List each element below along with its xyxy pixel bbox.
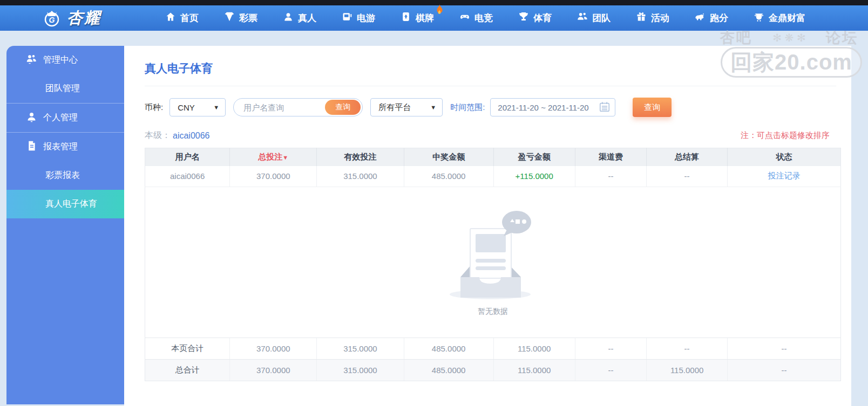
nav-item-boardgames[interactable]: 棋牌 [401,11,434,25]
cell-win-amount: 485.0000 [404,166,493,187]
sidebar-item-label: 报表管理 [43,141,78,153]
chevron-down-icon: ▼ [430,104,436,111]
nav-item-activity[interactable]: 活动 [636,11,669,25]
header-label: 总投注 [258,152,282,161]
lottery-icon [224,11,235,25]
table-header-row: 用户名 总投注▼ 有效投注 中奖金额 盈亏金额 渠道费 总结算 状态 [145,148,841,166]
search-button[interactable]: 查询 [633,98,672,117]
crown-emblem-icon: G [41,6,63,30]
cell-status: 投注记录 [727,166,840,187]
page-total-row: 本页合计 370.0000 315.0000 485.0000 115.0000… [145,338,841,360]
sidebar-item-label: 团队管理 [45,83,80,94]
grand-total-row: 总合计 370.0000 315.0000 485.0000 115.0000 … [145,360,841,381]
team-icon [577,11,588,25]
filter-bar: 币种: CNY ▼ 查询 所有平台 ▼ 时间范围: 2021-11-20 ~ 2… [145,98,846,117]
nav-item-esports[interactable]: 电竞 [459,11,493,25]
live-icon [283,11,294,25]
nav-label: 真人 [298,12,316,24]
header-win-amount[interactable]: 中奖金额 [404,148,493,166]
empty-state-text: 暂无数据 [478,307,508,316]
sidebar-item-label: 个人管理 [43,112,78,123]
watermark-ornament-text: 杏吧 ✻ ❋ ✻ 论坛 [720,28,858,47]
watermark-text-right: 论坛 [826,28,858,47]
empty-inbox-illustration [444,208,541,301]
nav-item-paofen[interactable]: 跑分 [695,11,728,25]
nav-label: 首页 [180,12,199,24]
nav-label: 活动 [651,12,669,24]
header-username[interactable]: 用户名 [145,148,230,166]
nav-menu: 首页 彩票 真人 电游 棋牌 电竞 体育 [165,11,805,25]
cards-icon [401,11,411,25]
page-total-cell: -- [727,338,840,360]
brand-logo[interactable]: G 杏耀 [41,6,133,30]
header-settlement[interactable]: 总结算 [647,148,728,166]
home-icon [165,11,176,25]
username-search-field: 查询 [233,98,363,116]
nav-item-home[interactable]: 首页 [165,11,199,25]
calendar-icon [599,100,611,115]
page-total-cell: -- [575,338,647,360]
header-status[interactable]: 状态 [727,148,840,166]
nav-item-live[interactable]: 真人 [283,11,316,25]
empty-state: 暂无数据 [146,208,840,316]
svg-text:G: G [49,16,55,24]
header-total-bet[interactable]: 总投注▼ [230,148,317,166]
page-total-cell: 370.0000 [230,338,317,360]
header-channel-fee[interactable]: 渠道费 [575,148,647,166]
nav-label: 电游 [357,12,375,24]
header-profit[interactable]: 盈亏金额 [493,148,575,166]
report-icon [26,140,37,154]
nav-item-lottery[interactable]: 彩票 [224,11,257,25]
title-divider [145,86,836,86]
nav-item-wealth[interactable]: 金鼎财富 [754,11,805,25]
nav-label: 彩票 [239,12,257,24]
brand-name: 杏耀 [67,8,101,29]
username-search-input[interactable] [242,102,325,113]
nav-label: 电竞 [474,12,493,24]
cell-valid-bet: 315.0000 [317,166,404,187]
grand-total-cell: 115.0000 [493,360,575,381]
sidebar-item-personal-management[interactable]: 个人管理 [6,104,124,132]
platform-select-value: 所有平台 [378,102,411,113]
sort-desc-icon: ▼ [282,154,288,161]
main-content: 真人电子体育 币种: CNY ▼ 查询 所有平台 ▼ 时间范围: 2021-11… [124,46,851,406]
nav-label: 金鼎财富 [769,12,805,24]
esports-icon [459,11,470,25]
nav-item-egames[interactable]: 电游 [342,11,375,25]
platform-select[interactable]: 所有平台 ▼ [370,98,443,116]
sidebar-item-live-esports-report[interactable]: 真人电子体育 [6,190,124,218]
sidebar-item-admin-center[interactable]: 管理中心 [6,46,124,74]
grand-total-cell: -- [727,360,840,381]
nav-label: 体育 [533,12,552,24]
nav-item-team[interactable]: 团队 [577,11,611,25]
bet-records-link[interactable]: 投注记录 [768,171,800,180]
date-range-value: 2021-11-20 ~ 2021-11-20 [498,103,588,112]
empty-state-row: 暂无数据 [145,187,841,338]
page-title: 真人电子体育 [145,61,846,76]
page-total-cell: 485.0000 [404,338,493,360]
nav-label: 团队 [592,12,611,24]
sidebar-item-label: 管理中心 [43,54,78,66]
nav-item-sports[interactable]: 体育 [518,11,552,25]
page-total-label: 本页合计 [145,338,230,360]
date-range-input[interactable]: 2021-11-20 ~ 2021-11-20 [490,98,615,116]
sidebar-item-report-management[interactable]: 报表管理 [6,133,124,161]
page-total-cell: 115.0000 [493,338,575,360]
sidebar-item-team-management[interactable]: 团队管理 [6,74,124,103]
flame-icon [434,4,443,14]
slots-icon [342,11,352,25]
inline-search-button[interactable]: 查询 [325,100,361,115]
wealth-icon [754,11,764,25]
sidebar-item-label: 彩票报表 [45,170,80,181]
currency-select-value: CNY [178,103,195,112]
nav-label: 棋牌 [416,12,434,24]
grand-total-cell: 315.0000 [317,360,404,381]
watermark-flourish-icon: ✻ ❋ ✻ [772,31,805,44]
watermark-text-left: 杏吧 [720,28,752,47]
sidebar: 管理中心 团队管理 个人管理 报表管理 彩票报表 真人电子体育 [6,46,124,404]
currency-select[interactable]: CNY ▼ [169,98,226,116]
header-valid-bet[interactable]: 有效投注 [317,148,404,166]
level-user-link[interactable]: aicai0066 [173,131,210,141]
sidebar-item-lottery-report[interactable]: 彩票报表 [6,161,124,190]
grand-total-cell: -- [575,360,647,381]
